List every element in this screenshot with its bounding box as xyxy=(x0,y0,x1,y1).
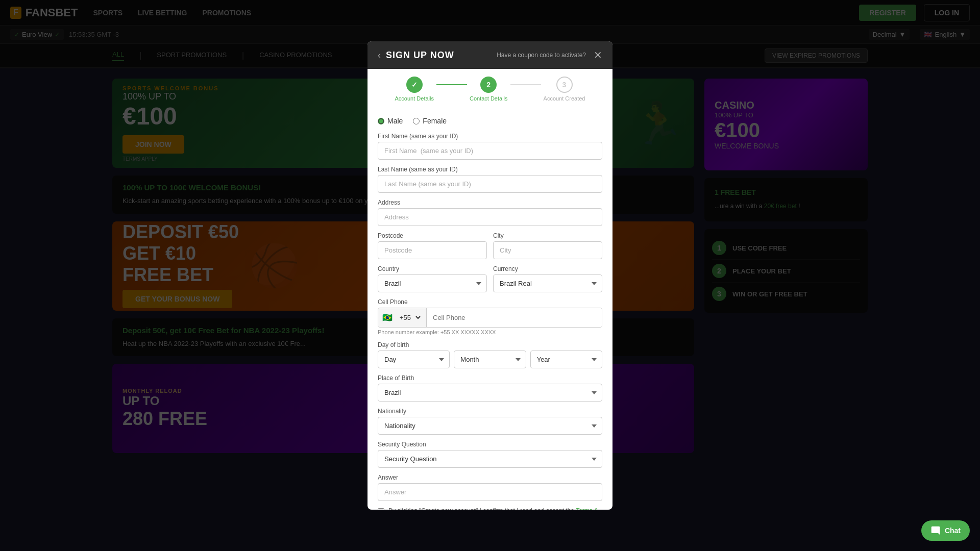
gender-female-radio[interactable] xyxy=(413,118,420,124)
last-name-input[interactable] xyxy=(378,175,602,193)
dob-group: Day of birth Day Month Year xyxy=(378,341,602,368)
address-label: Address xyxy=(378,199,602,206)
place-birth-group: Place of Birth Brazil xyxy=(378,374,602,402)
step-indicator-3: 3 Account Created xyxy=(544,77,585,102)
last-name-label: Last Name (same as your ID) xyxy=(378,166,602,173)
step-indicator-1: ✓ Account Details xyxy=(395,77,434,102)
nationality-select[interactable]: Nationality xyxy=(378,417,602,435)
answer-input[interactable] xyxy=(378,483,602,501)
security-question-label: Security Question xyxy=(378,441,602,448)
nationality-group: Nationality Nationality xyxy=(378,408,602,435)
dob-month-select[interactable]: Month xyxy=(454,350,526,368)
postcode-city-row: Postcode City xyxy=(378,232,602,265)
dob-year-select[interactable]: Year xyxy=(530,350,602,368)
modal-overlay[interactable]: ‹ SIGN UP NOW Have a coupon code to acti… xyxy=(0,0,980,551)
steps-indicator: ✓ Account Details 2 Contact Details 3 Ac… xyxy=(368,69,612,109)
gender-female-text: Female xyxy=(423,117,447,125)
city-group: City xyxy=(493,232,602,259)
coupon-link[interactable]: Have a coupon code to activate? xyxy=(497,52,586,59)
phone-input[interactable] xyxy=(427,308,602,327)
currency-group: Currency Brazil Real xyxy=(493,265,602,292)
country-currency-row: Country Brazil Currency Brazil Real xyxy=(378,265,602,298)
answer-label: Answer xyxy=(378,474,602,481)
phone-row: 🇧🇷 +55 xyxy=(378,308,602,328)
place-birth-select[interactable]: Brazil xyxy=(378,384,602,402)
chat-button[interactable]: Chat xyxy=(921,520,970,541)
modal-body: Male Female First Name (same as your ID)… xyxy=(368,109,612,510)
phone-hint: Phone number example: +55 XX XXXXX XXXX xyxy=(378,329,602,335)
dob-day-select[interactable]: Day xyxy=(378,350,450,368)
first-name-label: First Name (same as your ID) xyxy=(378,133,602,140)
place-birth-label: Place of Birth xyxy=(378,374,602,382)
modal-close-button[interactable]: ✕ xyxy=(594,49,602,61)
modal-title: SIGN UP NOW xyxy=(386,50,454,61)
postcode-label: Postcode xyxy=(378,232,487,239)
chat-label: Chat xyxy=(945,527,961,535)
address-group: Address xyxy=(378,199,602,226)
first-name-input[interactable] xyxy=(378,142,602,160)
phone-group: Cell Phone 🇧🇷 +55 Phone number example: … xyxy=(378,298,602,335)
gender-female-label[interactable]: Female xyxy=(413,117,447,125)
phone-label: Cell Phone xyxy=(378,298,602,306)
currency-select[interactable]: Brazil Real xyxy=(493,274,602,292)
postcode-group: Postcode xyxy=(378,232,487,259)
gender-male-label[interactable]: Male xyxy=(378,117,403,125)
country-select[interactable]: Brazil xyxy=(378,274,487,292)
phone-code-select[interactable]: +55 xyxy=(395,313,422,322)
country-group: Country Brazil xyxy=(378,265,487,292)
terms-checkbox-row: By clicking "Create new account" I confi… xyxy=(378,507,602,510)
step-circle-1: ✓ xyxy=(406,77,423,93)
address-input[interactable] xyxy=(378,208,602,226)
last-name-group: Last Name (same as your ID) xyxy=(378,166,602,193)
terms-text: By clicking "Create new account" I confi… xyxy=(388,507,602,510)
phone-flag: 🇧🇷 +55 xyxy=(378,308,427,327)
terms-checkbox[interactable] xyxy=(378,508,384,510)
step-circle-2: 2 xyxy=(480,77,497,93)
gender-male-radio[interactable] xyxy=(378,118,384,124)
city-label: City xyxy=(493,232,602,239)
nationality-label: Nationality xyxy=(378,408,602,415)
chat-bubble-icon xyxy=(930,525,941,536)
gender-selection: Male Female xyxy=(378,117,602,125)
security-question-select[interactable]: Security Question xyxy=(378,450,602,468)
dob-row: Day Month Year xyxy=(378,350,602,368)
answer-group: Answer xyxy=(378,474,602,501)
first-name-group: First Name (same as your ID) xyxy=(378,133,602,160)
postcode-input[interactable] xyxy=(378,241,487,259)
security-question-group: Security Question Security Question xyxy=(378,441,602,468)
brazil-flag-icon: 🇧🇷 xyxy=(382,313,393,322)
modal-header: ‹ SIGN UP NOW Have a coupon code to acti… xyxy=(368,41,612,69)
step-label-2: Contact Details xyxy=(470,95,508,102)
step-connector-1 xyxy=(436,84,467,85)
city-input[interactable] xyxy=(493,241,602,259)
signup-modal: ‹ SIGN UP NOW Have a coupon code to acti… xyxy=(368,41,612,510)
gender-male-text: Male xyxy=(387,117,403,125)
step-circle-3: 3 xyxy=(556,77,573,93)
step-connector-2 xyxy=(510,84,541,85)
currency-label: Currency xyxy=(493,265,602,272)
modal-back-button[interactable]: ‹ xyxy=(378,50,381,61)
dob-label: Day of birth xyxy=(378,341,602,348)
step-indicator-2: 2 Contact Details xyxy=(470,77,508,102)
step-label-3: Account Created xyxy=(544,95,585,102)
country-label: Country xyxy=(378,265,487,272)
step-label-1: Account Details xyxy=(395,95,434,102)
